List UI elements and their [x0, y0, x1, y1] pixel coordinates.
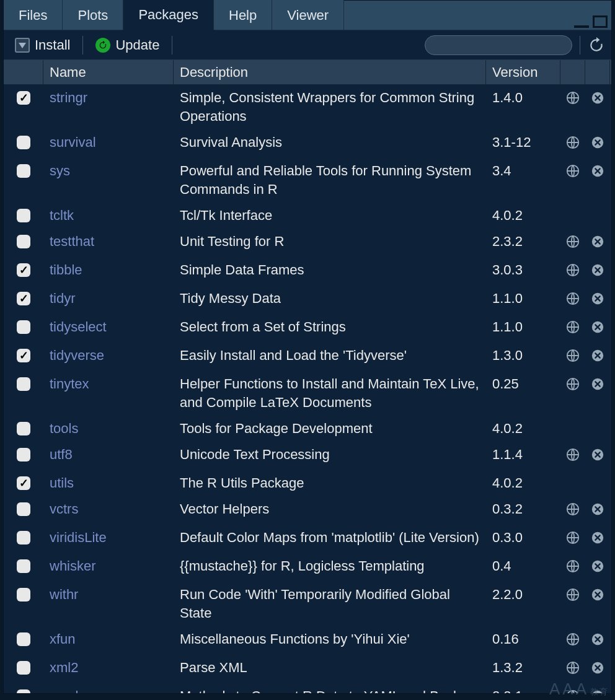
globe-icon[interactable] [566, 588, 580, 606]
header-desc[interactable]: Description [174, 60, 486, 84]
globe-icon[interactable] [566, 263, 580, 282]
remove-icon[interactable] [591, 235, 604, 253]
globe-icon[interactable] [566, 502, 580, 521]
package-name-link[interactable]: tools [43, 418, 174, 439]
loaded-checkbox[interactable] [17, 476, 30, 490]
package-name-link[interactable]: tibble [43, 260, 174, 283]
loaded-checkbox[interactable] [17, 136, 30, 149]
tab-viewer[interactable]: Viewer [272, 0, 344, 30]
tab-files[interactable]: Files [4, 0, 63, 30]
package-version: 0.16 [486, 629, 560, 652]
remove-icon[interactable] [591, 377, 604, 396]
package-name-link[interactable]: utils [43, 473, 174, 494]
loaded-checkbox[interactable] [17, 209, 30, 222]
remove-icon[interactable] [591, 320, 604, 339]
package-name-link[interactable]: tinytex [43, 374, 174, 413]
remove-icon[interactable] [591, 91, 604, 110]
package-name-link[interactable]: stringr [43, 87, 174, 127]
package-description: Tcl/Tk Interface [174, 205, 486, 226]
package-name-link[interactable]: withr [43, 584, 174, 624]
loaded-checkbox[interactable] [17, 320, 30, 334]
remove-icon[interactable] [591, 588, 604, 606]
package-name-link[interactable]: whisker [43, 556, 174, 579]
package-name-link[interactable]: vctrs [43, 499, 174, 522]
packages-table[interactable]: stringrSimple, Consistent Wrappers for C… [4, 85, 611, 693]
package-name-link[interactable]: tidyr [43, 288, 174, 312]
remove-icon[interactable] [591, 531, 604, 549]
remove-icon[interactable] [591, 661, 604, 680]
package-row: tinytexHelper Functions to Install and M… [4, 371, 611, 416]
globe-icon[interactable] [566, 235, 580, 253]
globe-icon[interactable] [566, 349, 580, 367]
globe-icon[interactable] [566, 448, 580, 466]
install-button[interactable]: Install [10, 35, 75, 56]
package-name-link[interactable]: yaml [43, 686, 174, 693]
tab-packages[interactable]: Packages [123, 0, 214, 30]
package-name-link[interactable]: xfun [43, 629, 174, 652]
package-version: 1.3.0 [486, 345, 560, 369]
remove-icon[interactable] [591, 448, 604, 466]
loaded-checkbox[interactable] [17, 448, 30, 462]
package-row: xml2Parse XML1.3.2 [4, 655, 611, 683]
loaded-checkbox[interactable] [17, 559, 30, 573]
globe-icon[interactable] [566, 377, 580, 396]
search-input[interactable] [438, 38, 582, 51]
remove-icon[interactable] [591, 349, 604, 367]
globe-icon[interactable] [566, 136, 580, 154]
globe-icon[interactable] [566, 661, 580, 680]
package-version: 0.4 [486, 556, 560, 579]
remove-icon[interactable] [591, 164, 604, 183]
remove-icon[interactable] [591, 263, 604, 282]
package-name-link[interactable]: testthat [43, 231, 174, 255]
package-name-link[interactable]: survival [43, 132, 174, 155]
header-name[interactable]: Name [43, 60, 174, 84]
loaded-checkbox[interactable] [17, 91, 30, 105]
tab-help[interactable]: Help [214, 0, 272, 30]
package-name-link[interactable]: sys [43, 160, 174, 200]
pane-tabs: FilesPlotsPackagesHelpViewer [4, 1, 611, 30]
globe-icon[interactable] [566, 559, 580, 578]
globe-icon[interactable] [566, 320, 580, 339]
package-row: utf8Unicode Text Processing1.1.4 [4, 442, 611, 470]
remove-icon[interactable] [591, 559, 604, 578]
refresh-icon [588, 37, 604, 53]
package-row: survivalSurvival Analysis3.1-12 [4, 129, 611, 158]
maximize-icon[interactable] [593, 15, 608, 28]
package-name-link[interactable]: tidyverse [43, 345, 174, 369]
update-button[interactable]: Update [91, 35, 164, 56]
tab-plots[interactable]: Plots [63, 0, 123, 30]
package-name-link[interactable]: xml2 [43, 657, 174, 681]
package-name-link[interactable]: viridisLite [43, 527, 174, 551]
globe-icon[interactable] [566, 632, 580, 651]
loaded-checkbox[interactable] [17, 502, 30, 516]
package-name-link[interactable]: utf8 [43, 444, 174, 468]
package-name-link[interactable]: tidyselect [43, 317, 174, 340]
globe-icon[interactable] [566, 164, 580, 183]
loaded-checkbox[interactable] [17, 422, 30, 435]
package-row: sysPowerful and Reliable Tools for Runni… [4, 158, 611, 203]
remove-icon[interactable] [591, 632, 604, 651]
search-box[interactable] [425, 35, 572, 55]
remove-icon[interactable] [591, 292, 604, 310]
package-name-link[interactable]: tcltk [43, 205, 174, 226]
loaded-checkbox[interactable] [17, 689, 30, 693]
refresh-button[interactable] [588, 37, 605, 54]
loaded-checkbox[interactable] [17, 661, 30, 675]
loaded-checkbox[interactable] [17, 349, 30, 362]
minimize-icon[interactable] [574, 17, 589, 28]
header-version[interactable]: Version [486, 60, 560, 84]
loaded-checkbox[interactable] [17, 531, 30, 545]
loaded-checkbox[interactable] [17, 263, 30, 277]
remove-icon[interactable] [591, 136, 604, 154]
loaded-checkbox[interactable] [17, 164, 30, 178]
loaded-checkbox[interactable] [17, 377, 30, 391]
globe-icon[interactable] [566, 91, 580, 110]
loaded-checkbox[interactable] [17, 292, 30, 305]
loaded-checkbox[interactable] [17, 588, 30, 602]
loaded-checkbox[interactable] [17, 235, 30, 248]
loaded-checkbox[interactable] [17, 632, 30, 646]
remove-icon[interactable] [591, 502, 604, 521]
globe-icon[interactable] [566, 292, 580, 310]
package-version: 1.1.4 [486, 444, 560, 468]
globe-icon[interactable] [566, 531, 580, 549]
